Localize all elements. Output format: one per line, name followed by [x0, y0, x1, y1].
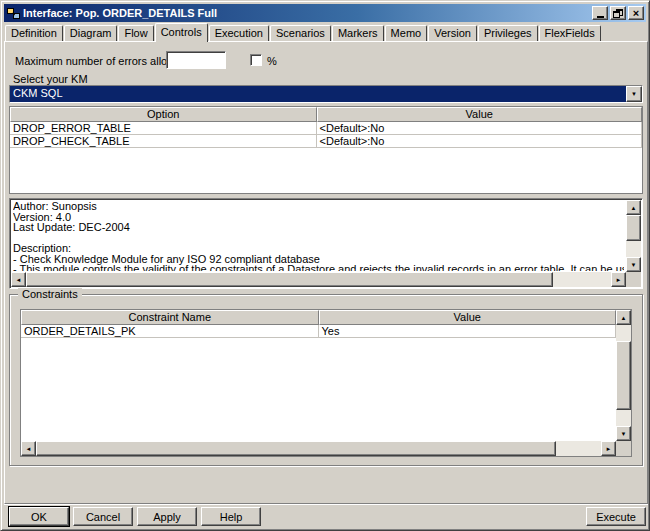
scroll-up-icon: ▲: [621, 315, 627, 321]
window-title: Interface: Pop. ORDER_DETAILS Full: [23, 7, 592, 19]
tab-controls[interactable]: Controls: [155, 23, 208, 42]
km-description-box: Author: Sunopsis Version: 4.0 Last Updat…: [9, 198, 643, 289]
tab-memo[interactable]: Memo: [385, 25, 428, 41]
constraints-header-value[interactable]: Value: [319, 310, 617, 325]
tab-definition[interactable]: Definition: [5, 25, 63, 41]
constraints-horizontal-scrollbar[interactable]: ◄ ►: [21, 441, 616, 456]
tab-scenarios[interactable]: Scenarios: [270, 25, 331, 41]
window-controls: ×: [592, 6, 644, 20]
option-value-cell[interactable]: <Default>:No: [317, 122, 642, 135]
close-icon: ×: [633, 8, 639, 19]
km-combobox[interactable]: CKM SQL ▼: [9, 85, 643, 103]
tab-markers[interactable]: Markers: [332, 25, 384, 41]
restore-button[interactable]: [610, 6, 626, 20]
scrollbar-track[interactable]: [616, 325, 631, 426]
km-options-table: Option Value DROP_ERROR_TABLE <Default>:…: [9, 106, 643, 194]
option-value-cell[interactable]: <Default>:No: [317, 135, 642, 148]
scroll-left-icon: ◄: [16, 277, 22, 283]
tab-flexfields[interactable]: FlexFields: [539, 25, 601, 41]
option-name-cell: DROP_ERROR_TABLE: [10, 122, 317, 135]
option-name-cell: DROP_CHECK_TABLE: [10, 135, 317, 148]
interface-icon: [7, 7, 20, 20]
options-header-value[interactable]: Value: [317, 107, 642, 122]
options-header-option[interactable]: Option: [10, 107, 317, 122]
description-vertical-scrollbar[interactable]: ▲ ▼: [626, 200, 641, 272]
scroll-left-button[interactable]: ◄: [11, 272, 26, 287]
scroll-up-button[interactable]: ▲: [626, 200, 641, 215]
scrollbar-thumb[interactable]: [626, 215, 641, 241]
cancel-button[interactable]: Cancel: [73, 507, 133, 526]
scroll-right-button[interactable]: ►: [611, 272, 626, 287]
restore-icon: [613, 9, 623, 18]
minimize-icon: [597, 16, 604, 18]
window-icon[interactable]: [6, 6, 20, 20]
constraint-value-cell[interactable]: Yes: [319, 325, 617, 338]
description-horizontal-scrollbar[interactable]: ◄ ►: [11, 272, 626, 287]
minimize-button[interactable]: [592, 6, 608, 20]
close-button[interactable]: ×: [628, 6, 644, 20]
scroll-right-button[interactable]: ►: [601, 441, 616, 456]
km-selected-value: CKM SQL: [10, 86, 626, 102]
description-line: Description:: [13, 243, 624, 254]
max-errors-label: Maximum number of errors allowed: [15, 55, 187, 67]
interface-dialog-window: Interface: Pop. ORDER_DETAILS Full × Def…: [0, 0, 650, 531]
table-row[interactable]: DROP_CHECK_TABLE <Default>:No: [10, 135, 642, 148]
scroll-down-icon: ▼: [621, 431, 627, 437]
options-table-header: Option Value: [10, 107, 642, 122]
constraints-group-label: Constraints: [18, 288, 82, 300]
constraints-group: Constraints Constraint Name Value ORDER_…: [9, 294, 643, 466]
constraint-name-cell: ORDER_DETAILS_PK: [21, 325, 319, 338]
scroll-up-icon: ▲: [631, 205, 637, 211]
description-line: Last Update: DEC-2004: [13, 222, 624, 233]
tab-bar: Definition Diagram Flow Controls Executi…: [5, 23, 645, 41]
apply-button[interactable]: Apply: [137, 507, 197, 526]
scrollbar-track[interactable]: [26, 272, 611, 287]
table-row[interactable]: DROP_ERROR_TABLE <Default>:No: [10, 122, 642, 135]
scrollbar-track[interactable]: [626, 215, 641, 257]
ok-button[interactable]: OK: [9, 507, 69, 526]
percent-checkbox[interactable]: [250, 54, 262, 66]
controls-tab-panel: Maximum number of errors allowed % Selec…: [4, 41, 648, 504]
scrollbar-corner: [626, 272, 641, 287]
percent-label: %: [267, 55, 277, 67]
scroll-right-icon: ►: [606, 446, 612, 452]
km-dropdown-button[interactable]: ▼: [626, 86, 642, 102]
constraints-vertical-scrollbar[interactable]: ▲ ▼: [616, 310, 631, 441]
scrollbar-track[interactable]: [36, 441, 601, 456]
scrollbar-thumb[interactable]: [616, 341, 631, 410]
description-line: - This module controls the validity of t…: [13, 264, 624, 271]
constraints-header-name[interactable]: Constraint Name: [21, 310, 319, 325]
tab-execution[interactable]: Execution: [209, 25, 269, 41]
titlebar[interactable]: Interface: Pop. ORDER_DETAILS Full ×: [4, 4, 646, 22]
tab-diagram[interactable]: Diagram: [64, 25, 118, 41]
constraints-table: Constraint Name Value ORDER_DETAILS_PK Y…: [20, 309, 632, 457]
scroll-right-icon: ►: [616, 277, 622, 283]
tab-privileges[interactable]: Privileges: [478, 25, 538, 41]
tab-flow[interactable]: Flow: [118, 25, 153, 41]
description-line: Author: Sunopsis: [13, 201, 624, 212]
tab-version[interactable]: Version: [428, 25, 477, 41]
scrollbar-thumb[interactable]: [26, 272, 553, 287]
scroll-down-icon: ▼: [631, 262, 637, 268]
max-errors-input[interactable]: [166, 51, 226, 69]
scroll-left-button[interactable]: ◄: [21, 441, 36, 456]
chevron-down-icon: ▼: [631, 91, 637, 97]
description-line: [13, 233, 624, 244]
scroll-down-button[interactable]: ▼: [616, 426, 631, 441]
execute-button[interactable]: Execute: [586, 507, 646, 526]
scrollbar-thumb[interactable]: [36, 441, 556, 456]
table-row[interactable]: ORDER_DETAILS_PK Yes: [21, 325, 616, 338]
km-description-text: Author: Sunopsis Version: 4.0 Last Updat…: [13, 201, 624, 271]
help-button[interactable]: Help: [201, 507, 261, 526]
scroll-left-icon: ◄: [26, 446, 32, 452]
scroll-down-button[interactable]: ▼: [626, 257, 641, 272]
scroll-up-button[interactable]: ▲: [616, 310, 631, 325]
scrollbar-corner: [616, 441, 631, 456]
constraints-grid: Constraint Name Value ORDER_DETAILS_PK Y…: [21, 310, 616, 441]
constraints-table-header: Constraint Name Value: [21, 310, 616, 325]
km-label: Select your KM: [13, 73, 88, 85]
